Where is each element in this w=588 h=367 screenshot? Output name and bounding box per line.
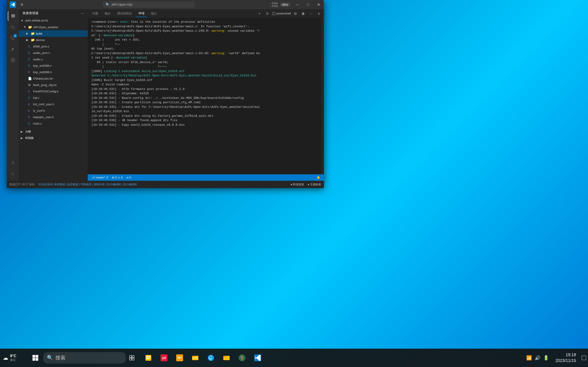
close-button[interactable]: ✕ [313,1,324,8]
activity-item-settings[interactable] [8,169,18,179]
tree-item-build[interactable]: ▶ 📁 build [19,30,88,37]
tab-debug-console[interactable]: 调试控制台 [114,10,135,17]
taskbar-search[interactable]: 🔍 搜索 [43,352,126,364]
tab-output-label: 输出 [105,11,111,16]
tree-item-flash[interactable]: ⚙ flash_prog_cfg.ini [19,82,88,88]
title-search-box[interactable]: 🔍 AiPi-Open-Kits [103,1,195,8]
status-branch[interactable]: ⎇ master* ↺ [90,174,110,181]
notification-button[interactable] [580,354,588,362]
network-down: ↓ 0 K/s [270,5,278,7]
tree-item-bsph[interactable]: h bsp_es8388.h [19,69,88,75]
weather-icon: ☁ [3,355,8,361]
sidebar-more-icon[interactable]: ··· [81,12,84,15]
file-freertos: FreeRTOSConfig.h [33,90,59,93]
powershell-label: ⬡ powershell [272,11,291,16]
section-outline[interactable]: ▶ 大纲 [19,128,88,135]
taskbar-animal-icon[interactable]: 🦌 [235,351,249,365]
powershell-text: powershell [277,12,291,15]
svg-point-10 [12,161,14,163]
taskbar-explorer2-icon[interactable] [220,351,233,365]
activity-item-explorer[interactable] [8,11,18,21]
taskbar-files-icon[interactable] [141,351,155,365]
taskbar-explorer-icon[interactable] [188,351,202,365]
terminal-scrollbar[interactable] [321,18,324,174]
tree-item-demos[interactable]: ▶ 📁 demos [19,37,88,43]
task-view-button[interactable] [126,352,138,364]
terminal-line-1: <command-line>: note: this is the locati… [91,20,317,24]
tree-item-mainc[interactable]: C main.c [19,120,88,127]
taskbar-clock[interactable]: 19:18 2023/11/15 [552,352,580,364]
tree-item-freertos[interactable]: h FreeRTOSConfig.h [19,88,88,94]
panel-collapse-button[interactable]: ∧ [316,10,322,17]
tab-output[interactable]: 输出 [102,10,113,17]
terminal-delete-button[interactable]: 🗑 [300,10,306,17]
taskbar-yd-icon[interactable]: yd [157,351,171,365]
tab-problems[interactable]: 问题 [90,10,101,17]
activity-item-source-control[interactable]: 2 [8,33,18,43]
terminal-content[interactable]: <command-line>: note: this is the locati… [88,18,321,174]
svg-rect-8 [11,60,13,62]
section-timeline[interactable]: ▶ 时间线 [19,135,88,141]
battery-tray-icon[interactable]: 🔋 [543,355,549,361]
status-errors[interactable]: ⊗ 0 ⚠ 0 [110,174,124,181]
terminal-line-14: [19:10:46.531] - bflb firmware post proc… [91,87,317,92]
network-tray-icon[interactable]: 📶 [526,355,532,361]
tab-terminal[interactable]: 终端 [136,10,147,17]
tree-root[interactable]: ▼ AIPI-OPEN-KITS [19,17,88,24]
sidebar: 资源管理器 ··· ▼ AIPI-OPEN-KITS ▼ 📁 AiPi-Eyes… [19,9,88,181]
hamburger-menu-icon[interactable]: ≡ [19,1,25,8]
tree-item-audiopcm[interactable]: C audio_pcm.c [19,50,88,56]
title-bar: ≡ 🔍 AiPi-Open-Kits ↑ 0 K/s ↓ 0 K/s 48% ─… [7,0,324,9]
new-terminal-button[interactable]: + [256,10,263,17]
maximize-button[interactable]: □ [303,1,313,8]
status-ports[interactable]: ⇌ 0 [124,174,133,181]
tab-ports[interactable]: 端口 [148,10,160,17]
start-button[interactable] [29,352,41,364]
terminal-line-15: [19:10:46.532] - Chipname: bl616 [91,91,317,96]
bell-icon: 🔔 [317,176,320,179]
source-control-badge: 2 [13,34,17,38]
activity-item-extensions[interactable] [8,55,18,65]
file-lcd: lcd_conf_user.h [33,102,54,106]
h-icon-5: h [28,115,32,119]
tree-item-lvconf[interactable]: h lv_conf.h [19,107,88,114]
terminal-line-7: C:\Users\kj\Desktop\AiPi-Open-Kits\AiPi-… [91,51,317,56]
sync-icon: ↺ [106,176,108,179]
file-cmake: CMakeLists.txt [33,77,52,80]
tree-item-lwip[interactable]: h lwipopts_user.h [19,114,88,120]
tree-item-audio[interactable]: C audio.c [19,56,88,62]
split-terminal-button[interactable]: ⊡ [264,10,271,17]
weather-desc: 多云 [10,358,16,362]
tree-item-hal[interactable]: C hal.c [19,94,88,101]
terminal-wrapper: <command-line>: note: this is the locati… [88,18,324,174]
volume-tray-icon[interactable]: 🔊 [535,355,540,361]
terminal-more-button[interactable]: ··· [308,10,314,17]
tree-item-8388pcm[interactable]: C 8388_pcm.c [19,43,88,50]
activity-item-run[interactable] [8,44,18,54]
options-label[interactable]: ● 附加选项 [291,183,304,186]
terminal-line-19: [19:10:46.535] - Create dts using bl_fac… [91,114,317,118]
svg-rect-18 [130,358,132,360]
svg-rect-19 [132,358,134,360]
terminal-split-view-button[interactable]: ⊟ [292,10,299,17]
trash-icon: 🗑 [302,12,305,15]
status-notifications[interactable]: 🔔 [315,174,322,181]
theme-label[interactable]: ● 主题标签 [308,183,321,186]
minimize-button[interactable]: ─ [292,1,303,8]
activity-item-search[interactable] [8,22,18,32]
tree-folder-main[interactable]: ▼ 📁 AiPi-Eyes_weather [19,24,88,30]
svg-point-2 [11,36,12,37]
tree-item-cmake[interactable]: 📄 CMakeLists.txt [19,75,88,82]
taskbar-vscode-taskbar-icon[interactable] [251,351,265,365]
taskbar-edge-icon[interactable] [204,351,218,365]
weather-widget[interactable]: ☁ 8°C 多云 [0,354,27,362]
root-label: AIPI-OPEN-KITS [25,19,48,22]
tree-item-bspc[interactable]: C bsp_es8388.c [19,62,88,69]
activity-item-account[interactable] [8,158,18,168]
taskbar-my-icon[interactable]: MY [173,351,187,365]
ports-icon: ⇌ [126,176,129,179]
save-options[interactable]: 30 秒后保存 保存数据 | 放弃数据 | 字数检查 | 清除内容 | 加大编排… [38,183,137,186]
demos-label: demos [36,38,45,42]
tree-item-lcd[interactable]: h lcd_conf_user.h [19,101,88,107]
svg-point-11 [12,173,14,175]
